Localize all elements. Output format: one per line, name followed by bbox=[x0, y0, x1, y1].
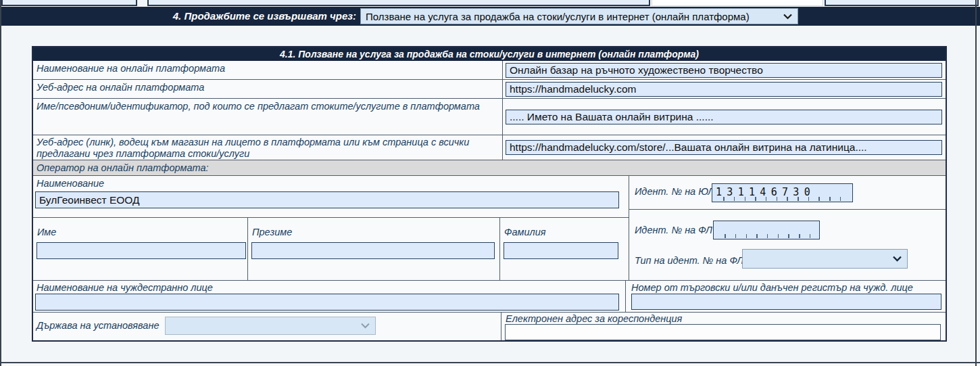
sales-channel-bar: 4. Продажбите се извършват чрез: Ползван… bbox=[0, 7, 980, 26]
country-cell: Държава на установяване bbox=[33, 313, 501, 340]
fl-id-label: Идент. № на ФЛ bbox=[635, 225, 712, 235]
jul-id-comb-input[interactable]: 131146730 bbox=[712, 183, 853, 202]
store-url-label: Уеб-адрес (линк), водещ към магазин на л… bbox=[33, 135, 503, 160]
foreign-name-input[interactable] bbox=[35, 294, 619, 311]
country-email-block: Държава на установяване Електронен адрес… bbox=[33, 313, 946, 340]
foreign-reg-cell: Номер от търговски и/или данъчен регистъ… bbox=[626, 281, 946, 312]
email-label: Електронен адрес за кореспонденция bbox=[506, 313, 682, 324]
first-name-input[interactable] bbox=[36, 242, 246, 259]
fl-id-cell: Идент. № на ФЛ Тип на идент. № на ФЛ bbox=[629, 210, 946, 280]
foreign-name-label: Наименование на чуждестранно лице bbox=[36, 282, 213, 293]
sales-channel-select[interactable]: Ползване на услуга за продажба на стоки/… bbox=[360, 8, 798, 24]
last-name-cell: Фамилия bbox=[500, 218, 629, 280]
comb-ticks bbox=[714, 197, 851, 201]
page-left-border bbox=[0, 0, 1, 366]
platform-name-input[interactable] bbox=[506, 63, 942, 78]
foreign-name-cell: Наименование на чуждестранно лице bbox=[33, 281, 626, 312]
next-section-strip bbox=[0, 363, 980, 366]
cutoff-field-white bbox=[652, 0, 823, 6]
nap-declaration-page: 4. Продажбите се извършват чрез: Ползван… bbox=[0, 0, 980, 366]
fl-id-type-select[interactable] bbox=[742, 249, 908, 269]
platform-name-row: Наименование на онлайн платформата bbox=[33, 61, 946, 80]
foreign-reg-input[interactable] bbox=[631, 294, 941, 310]
foreign-reg-label: Номер от търговски и/или данъчен регистъ… bbox=[631, 282, 913, 293]
chevron-down-icon bbox=[892, 256, 902, 262]
first-name-label: Име bbox=[37, 227, 56, 237]
fl-id-type-label: Тип на идент. № на ФЛ bbox=[635, 255, 743, 266]
store-url-input[interactable] bbox=[506, 140, 942, 155]
platform-name-label: Наименование на онлайн платформата bbox=[33, 61, 503, 79]
middle-name-input[interactable] bbox=[251, 242, 495, 259]
email-input[interactable] bbox=[505, 324, 941, 340]
section-41-header: 4.1. Ползване на услуга за продажба на с… bbox=[33, 47, 946, 61]
chevron-down-icon bbox=[360, 323, 370, 329]
last-name-input[interactable] bbox=[504, 242, 618, 259]
middle-name-label: Презиме bbox=[252, 227, 292, 237]
sales-channel-selected-value: Ползване на услуга за продажба на стоки/… bbox=[366, 11, 750, 22]
cutoff-field-middle bbox=[147, 0, 650, 6]
email-cell: Електронен адрес за кореспонденция bbox=[501, 313, 946, 340]
cutoff-field-left bbox=[1, 0, 137, 6]
operator-name-cell: Наименование bbox=[33, 176, 629, 218]
chevron-down-icon bbox=[783, 14, 793, 20]
country-select[interactable] bbox=[165, 317, 376, 335]
page-right-border bbox=[975, 0, 977, 366]
operator-identity-block: Наименование Име Презиме Фамилия bbox=[33, 176, 946, 281]
middle-name-cell: Презиме bbox=[248, 218, 500, 280]
sales-channel-label: 4. Продажбите се извършват чрез: bbox=[0, 7, 356, 26]
country-label: Държава на установяване bbox=[36, 320, 159, 331]
operator-name-input[interactable] bbox=[35, 191, 619, 208]
operator-name-label: Наименование bbox=[36, 178, 104, 189]
jul-id-cell: Идент. № на ЮЛ 131146730 bbox=[629, 176, 946, 210]
fl-id-comb-input[interactable] bbox=[713, 221, 820, 239]
cutoff-field-right bbox=[825, 0, 979, 6]
jul-id-label: Идент. № на ЮЛ bbox=[635, 186, 714, 197]
store-name-label: Име/псевдоним/идентификатор, под които с… bbox=[33, 99, 503, 135]
last-name-label: Фамилия bbox=[504, 227, 546, 237]
platform-url-label: Уеб-адрес на онлайн платформата bbox=[33, 80, 503, 98]
store-name-input[interactable] bbox=[506, 110, 942, 124]
platform-url-row: Уеб-адрес на онлайн платформата bbox=[33, 80, 946, 99]
first-name-cell: Име bbox=[33, 218, 248, 280]
section-41-container: 4.1. Ползване на услуга за продажба на с… bbox=[32, 46, 947, 342]
store-url-row: Уеб-адрес (линк), водещ към магазин на л… bbox=[33, 135, 946, 160]
comb-ticks bbox=[715, 234, 818, 238]
platform-url-input[interactable] bbox=[506, 82, 942, 97]
foreign-person-block: Наименование на чуждестранно лице Номер … bbox=[33, 281, 946, 313]
operator-section-header: Оператор на онлайн платформата: bbox=[33, 160, 946, 176]
store-name-row: Име/псевдоним/идентификатор, под които с… bbox=[33, 99, 946, 135]
